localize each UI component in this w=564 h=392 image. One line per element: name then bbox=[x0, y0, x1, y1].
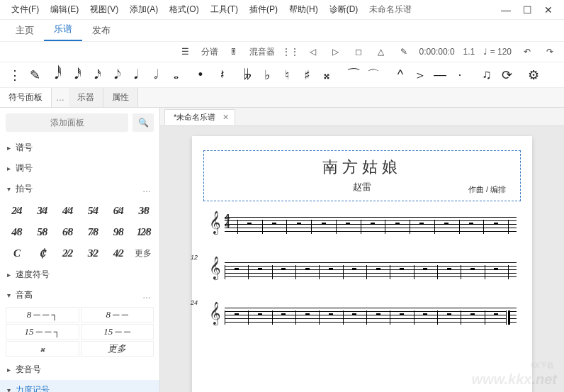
tab-publish[interactable]: 发布 bbox=[82, 20, 120, 41]
ts-3-2[interactable]: 3/2 bbox=[80, 243, 104, 263]
whole-rest[interactable] bbox=[444, 223, 449, 225]
ts-cut[interactable]: ₵ bbox=[30, 243, 54, 263]
whole-rest[interactable] bbox=[329, 268, 333, 270]
barline[interactable] bbox=[295, 310, 296, 325]
whole-rest[interactable] bbox=[305, 313, 310, 315]
parts-icon[interactable]: ☰ bbox=[179, 45, 193, 59]
loop-icon[interactable]: ◻ bbox=[351, 45, 366, 59]
whole-rest[interactable] bbox=[281, 313, 286, 315]
note-16th[interactable]: 𝅘𝅥𝅯 bbox=[85, 65, 103, 85]
section-pitch[interactable]: ▾音高… bbox=[0, 285, 159, 306]
double-flat-icon[interactable]: 𝄫 bbox=[238, 65, 256, 85]
menu-view[interactable]: 视图(V) bbox=[84, 1, 124, 18]
whole-rest[interactable] bbox=[423, 268, 427, 270]
barline[interactable] bbox=[390, 310, 390, 325]
whole-rest[interactable] bbox=[447, 268, 451, 270]
tenuto-icon[interactable]: — bbox=[431, 65, 449, 85]
whole-rest[interactable] bbox=[346, 223, 350, 225]
whole-rest[interactable] bbox=[371, 223, 375, 225]
barline[interactable] bbox=[319, 265, 320, 279]
keypad-icon[interactable]: ⋮⋮ bbox=[283, 45, 298, 59]
ts-4-4[interactable]: 4/4 bbox=[55, 201, 79, 220]
whole-rest[interactable] bbox=[258, 268, 262, 270]
barline[interactable] bbox=[385, 220, 385, 234]
parts-label[interactable]: 分谱 bbox=[201, 46, 218, 58]
barline[interactable] bbox=[483, 220, 484, 234]
tempo-display[interactable]: ♩ = 120 bbox=[483, 47, 512, 57]
staccato-icon[interactable]: · bbox=[451, 65, 469, 85]
tab-score[interactable]: 乐谱 bbox=[44, 18, 82, 41]
ts-2-2[interactable]: 2/2 bbox=[55, 243, 79, 263]
barline[interactable] bbox=[336, 220, 337, 234]
panel-tab-properties[interactable]: 属性 bbox=[103, 88, 138, 107]
whole-rest[interactable] bbox=[322, 223, 326, 225]
staff-system[interactable]: 12𝄞 bbox=[203, 259, 521, 279]
whole-rest[interactable] bbox=[494, 268, 498, 270]
staff-system[interactable]: 24𝄞 bbox=[203, 305, 521, 325]
pitch-15mb[interactable]: 15 ─ ─ bbox=[81, 324, 154, 340]
ts-2-4[interactable]: 2/4 bbox=[4, 201, 28, 220]
tuplet-icon[interactable]: ♫ bbox=[478, 65, 496, 85]
section-timesig[interactable]: ▾拍号… bbox=[0, 179, 159, 199]
note-32nd[interactable]: 𝅘𝅥𝅰 bbox=[65, 65, 84, 85]
pitch-15ma[interactable]: 15 ─ ─ ┐ bbox=[6, 324, 79, 340]
search-icon[interactable]: 🔍 bbox=[132, 113, 154, 132]
play-icon[interactable]: ▷ bbox=[329, 45, 343, 59]
ts-6-8[interactable]: 6/8 bbox=[55, 222, 79, 242]
score-subtitle[interactable]: 赵雷 bbox=[218, 181, 506, 194]
section-tempo[interactable]: ▸速度符号 bbox=[0, 264, 159, 285]
dropdown-icon[interactable]: ⋮ bbox=[6, 65, 24, 85]
mixer-icon[interactable]: 🎚 bbox=[227, 45, 241, 59]
ts-6-4[interactable]: 6/4 bbox=[106, 201, 130, 220]
barline[interactable] bbox=[434, 220, 435, 234]
barline[interactable] bbox=[225, 265, 225, 279]
barline[interactable] bbox=[461, 310, 461, 325]
barline[interactable] bbox=[485, 265, 485, 279]
whole-rest[interactable] bbox=[352, 268, 356, 270]
whole-rest[interactable] bbox=[494, 223, 498, 225]
marcato-icon[interactable]: ^ bbox=[391, 65, 410, 85]
barline[interactable] bbox=[225, 310, 225, 325]
pencil-icon[interactable]: ✎ bbox=[26, 65, 44, 85]
barline[interactable] bbox=[237, 220, 238, 234]
whole-rest[interactable] bbox=[272, 223, 276, 225]
barline[interactable] bbox=[361, 220, 361, 234]
ts-5-4[interactable]: 5/4 bbox=[80, 201, 104, 220]
close-button[interactable]: ✕ bbox=[538, 2, 558, 18]
treble-clef-icon[interactable]: 𝄞 bbox=[209, 257, 221, 280]
whole-rest[interactable] bbox=[470, 313, 475, 315]
barline[interactable] bbox=[295, 265, 296, 279]
barline[interactable] bbox=[272, 310, 273, 325]
whole-rest[interactable] bbox=[297, 223, 301, 225]
barline[interactable] bbox=[414, 265, 414, 279]
whole-rest[interactable] bbox=[235, 268, 239, 270]
barline[interactable] bbox=[508, 310, 510, 325]
whole-rest[interactable] bbox=[329, 313, 333, 315]
whole-rest[interactable] bbox=[247, 223, 252, 225]
barline[interactable] bbox=[437, 310, 438, 325]
staff-system[interactable]: 𝄞44 bbox=[203, 214, 521, 234]
menu-plugins[interactable]: 插件(P) bbox=[244, 1, 283, 18]
whole-rest[interactable] bbox=[400, 313, 404, 315]
ts-4-8[interactable]: 4/8 bbox=[4, 222, 28, 242]
ts-7-8[interactable]: 7/8 bbox=[80, 222, 104, 242]
menu-add[interactable]: 添加(A) bbox=[124, 1, 164, 18]
mixer-label[interactable]: 混音器 bbox=[249, 46, 275, 58]
whole-rest[interactable] bbox=[235, 313, 239, 315]
note-64th[interactable]: 𝅘𝅥𝅱 bbox=[45, 65, 64, 85]
whole-rest[interactable] bbox=[376, 268, 380, 270]
menu-help[interactable]: 帮助(H) bbox=[283, 1, 324, 18]
note-half[interactable]: 𝅗𝅥 bbox=[145, 65, 163, 85]
barline[interactable] bbox=[248, 310, 249, 325]
menu-format[interactable]: 格式(O) bbox=[164, 1, 204, 18]
barline[interactable] bbox=[485, 310, 485, 325]
ts-9-8[interactable]: 9/8 bbox=[106, 222, 130, 242]
barline[interactable] bbox=[262, 220, 263, 234]
ts-common[interactable]: C bbox=[4, 243, 28, 263]
whole-rest[interactable] bbox=[470, 268, 475, 270]
double-sharp-icon[interactable]: 𝄪 bbox=[317, 65, 336, 85]
barline[interactable] bbox=[437, 265, 438, 279]
pitch-doublesharp[interactable]: 𝄪 bbox=[6, 341, 79, 357]
section-clefs[interactable]: ▸谱号 bbox=[0, 138, 159, 158]
maximize-button[interactable]: ☐ bbox=[517, 2, 537, 18]
